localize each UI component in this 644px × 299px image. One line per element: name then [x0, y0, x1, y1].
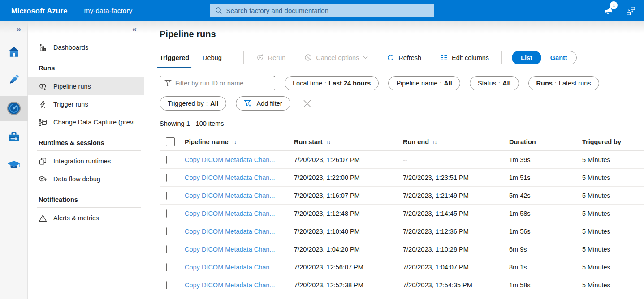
global-search[interactable]	[210, 4, 434, 17]
triggered-by-cell: 5 Minutes	[582, 156, 644, 163]
triggered-by-cell: 5 Minutes	[582, 192, 644, 199]
rail-item-manage[interactable]	[0, 125, 28, 149]
sidebar-item-label: Pipeline runs	[53, 83, 91, 90]
sort-icon[interactable]: ↑↓	[326, 139, 331, 145]
filter-pill-local-time[interactable]: Local time : Last 24 hours	[285, 76, 379, 90]
triggered-by-cell: 5 Minutes	[582, 264, 644, 271]
edit-columns-icon	[440, 54, 448, 61]
row-checkbox[interactable]	[166, 227, 167, 235]
search-input[interactable]	[223, 7, 434, 14]
pipeline-run-link[interactable]: Copy DICOM Metadata Chan...	[185, 210, 294, 217]
cancel-options-button[interactable]: Cancel options	[304, 54, 368, 61]
switch-factory-icon	[626, 6, 635, 16]
add-filter-button[interactable]: Add filter	[236, 96, 290, 111]
home-icon	[7, 45, 21, 59]
clear-filters-button[interactable]	[303, 99, 312, 108]
graduation-cap-icon	[7, 158, 21, 172]
duration-cell: 1m 51s	[509, 174, 582, 181]
icon-rail: »	[0, 21, 28, 299]
run-filter-input-wrap	[160, 76, 275, 90]
sort-icon[interactable]: ↑↓	[232, 139, 237, 145]
rail-item-learning-center[interactable]	[0, 153, 28, 176]
rail-item-monitor[interactable]	[0, 96, 28, 121]
run-filter-input[interactable]	[172, 80, 275, 87]
row-checkbox[interactable]	[166, 245, 167, 253]
pipeline-runs-table: Pipeline name ↑↓ Run start ↑↓ Run end ↑↓…	[160, 133, 644, 294]
duration-cell: 6m 9s	[509, 246, 582, 253]
row-checkbox[interactable]	[166, 263, 167, 271]
filter-pill-runs[interactable]: Runs : Latest runs	[528, 76, 599, 90]
table-row: Copy DICOM Metadata Chan... 7/20/2023, 1…	[160, 205, 644, 222]
column-header-pipeline-name[interactable]: Pipeline name ↑↓	[185, 138, 294, 145]
view-toggle-gantt[interactable]: Gantt	[541, 51, 576, 64]
pipeline-run-link[interactable]: Copy DICOM Metadata Chan...	[185, 282, 294, 289]
column-header-run-end[interactable]: Run end ↑↓	[403, 138, 509, 145]
duration-cell: 1m 56s	[509, 228, 582, 235]
close-icon	[303, 99, 312, 108]
rerun-button[interactable]: Rerun	[256, 54, 286, 61]
toolbar-divider	[501, 51, 502, 64]
notifications-button[interactable]: 1	[603, 5, 614, 16]
showing-count: Showing 1 - 100 items	[160, 120, 644, 127]
tab-debug[interactable]: Debug	[203, 47, 222, 68]
table-row: Copy DICOM Metadata Chan... 7/20/2023, 1…	[160, 258, 644, 276]
edit-columns-button[interactable]: Edit columns	[440, 54, 489, 61]
duration-cell: 5m 42s	[509, 192, 582, 199]
select-all-checkbox[interactable]	[166, 137, 175, 146]
filter-pill-pipeline-name[interactable]: Pipeline name : All	[388, 76, 460, 90]
sidebar-item-change-data-capture[interactable]: Change Data Capture (previ...	[28, 113, 144, 131]
table-header-row: Pipeline name ↑↓ Run start ↑↓ Run end ↑↓…	[160, 133, 644, 151]
filter-pill-triggered-by[interactable]: Triggered by : All	[160, 96, 226, 111]
row-checkbox[interactable]	[166, 174, 167, 182]
run-end-cell: 7/20/2023, 12:54:35 PM	[403, 282, 509, 289]
sidebar-item-label: Alerts & metrics	[53, 214, 99, 222]
run-start-cell: 7/20/2023, 12:56:07 PM	[294, 264, 403, 271]
factory-name: my-data-factory	[84, 7, 133, 15]
sidebar-item-alerts-metrics[interactable]: Alerts & metrics	[28, 209, 144, 227]
column-header-run-start[interactable]: Run start ↑↓	[294, 138, 403, 145]
row-checkbox[interactable]	[166, 281, 167, 289]
pipeline-run-link[interactable]: Copy DICOM Metadata Chan...	[185, 246, 294, 253]
integration-runtimes-icon	[39, 157, 47, 166]
sidebar-section-runs: Runs	[28, 56, 144, 76]
top-bar: Microsoft Azure my-data-factory 1	[0, 0, 644, 21]
dashboards-icon	[39, 43, 47, 52]
sidebar-item-dashboards[interactable]: Dashboards	[28, 38, 144, 56]
expand-rail-icon[interactable]: »	[17, 25, 21, 33]
refresh-button[interactable]: Refresh	[387, 54, 421, 61]
row-checkbox[interactable]	[166, 209, 167, 218]
row-checkbox[interactable]	[166, 156, 167, 164]
duration-cell: 8m 1s	[509, 264, 582, 271]
row-checkbox[interactable]	[166, 192, 167, 200]
collapse-sidebar-icon[interactable]: «	[132, 25, 137, 33]
pipeline-run-link[interactable]: Copy DICOM Metadata Chan...	[185, 174, 294, 181]
cancel-icon	[304, 54, 312, 61]
sidebar-item-trigger-runs[interactable]: Trigger runs	[28, 95, 144, 113]
run-end-cell: 7/20/2023, 1:10:28 PM	[403, 246, 509, 253]
sidebar-item-data-flow-debug[interactable]: Data flow debug	[28, 170, 144, 188]
toolbar-divider	[243, 51, 244, 64]
pipeline-run-link[interactable]: Copy DICOM Metadata Chan...	[185, 228, 294, 235]
filter-pill-status[interactable]: Status : All	[470, 76, 519, 90]
triggered-by-cell: 5 Minutes	[582, 174, 644, 181]
tab-triggered[interactable]: Triggered	[160, 47, 189, 68]
sidebar-item-pipeline-runs[interactable]: Pipeline runs	[28, 77, 144, 95]
switch-factory-button[interactable]	[625, 5, 636, 16]
funnel-icon	[164, 80, 172, 86]
pipeline-run-link[interactable]: Copy DICOM Metadata Chan...	[185, 192, 294, 199]
sidebar-section-runtimes: Runtimes & sessions	[28, 131, 144, 150]
sidebar-item-integration-runtimes[interactable]: Integration runtimes	[28, 152, 144, 170]
view-toggle-list[interactable]: List	[512, 51, 541, 64]
pipeline-run-link[interactable]: Copy DICOM Metadata Chan...	[185, 156, 294, 163]
rail-item-author[interactable]	[0, 68, 28, 91]
edit-columns-label: Edit columns	[452, 54, 489, 61]
chevron-down-icon	[363, 56, 368, 59]
rail-item-home[interactable]	[0, 40, 28, 64]
pipeline-run-link[interactable]: Copy DICOM Metadata Chan...	[185, 264, 294, 271]
main-content: Pipeline runs Triggered Debug Rerun Canc…	[144, 21, 644, 299]
toolbox-icon	[7, 130, 21, 144]
notification-badge: 1	[610, 1, 618, 9]
sort-icon[interactable]: ↑↓	[432, 139, 437, 145]
data-flow-debug-icon	[39, 175, 47, 184]
triggered-by-cell: 5 Minutes	[582, 246, 644, 253]
